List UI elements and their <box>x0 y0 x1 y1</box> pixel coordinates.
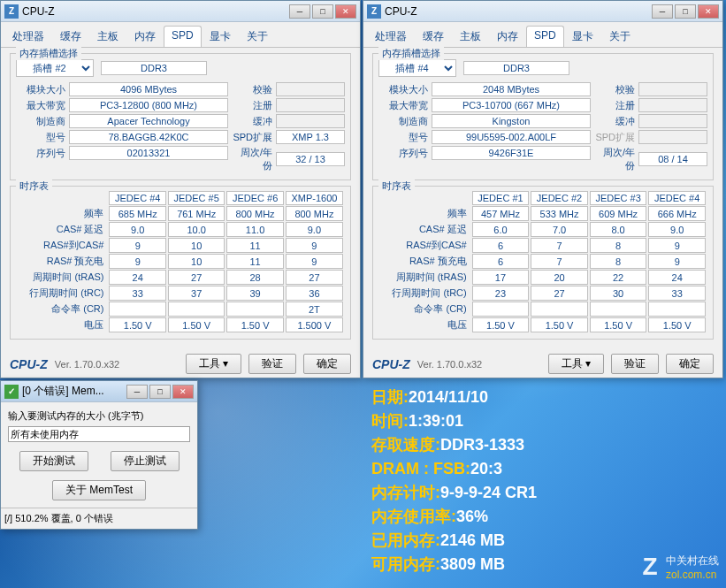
tab-内存[interactable]: 内存 <box>126 26 164 47</box>
timing-header: JEDEC #3 <box>590 191 647 205</box>
minimize-button[interactable]: ─ <box>289 4 310 19</box>
slot-selection-group: 内存插槽选择 插槽 #2 DDR3 模块大小4096 MBytes 最大带宽PC… <box>10 53 351 180</box>
timing-cell: 11 <box>226 254 283 269</box>
about-button[interactable]: 关于 MemTest <box>52 480 146 500</box>
timing-cell: 9.0 <box>109 222 165 237</box>
dropdown-icon: ▾ <box>223 357 228 370</box>
timing-cell: 7 <box>531 238 588 253</box>
slot-select[interactable]: 插槽 #2 <box>16 59 94 77</box>
version: Ver. 1.70.0.x32 <box>55 359 119 370</box>
titlebar[interactable]: ✓ [0 个错误] Mem... ─ □ ✕ <box>1 381 197 402</box>
titlebar[interactable]: Z CPU-Z ─ □ ✕ <box>1 1 360 22</box>
spd-ext: XMP 1.3 <box>276 130 345 144</box>
minimize-button[interactable]: ─ <box>652 4 673 19</box>
start-test-button[interactable]: 开始测试 <box>19 451 88 471</box>
timing-cell <box>226 302 283 317</box>
timing-cell: 10 <box>168 238 225 253</box>
memory-size-input[interactable] <box>8 426 190 442</box>
group-title: 时序表 <box>16 179 52 193</box>
group-title: 内存插槽选择 <box>16 47 81 60</box>
timing-cell <box>590 302 647 317</box>
module-size: 2048 MBytes <box>432 82 591 96</box>
overlay-dram-value: 20:3 <box>470 457 502 481</box>
timing-cell: 9 <box>286 238 343 253</box>
timing-group: 时序表 JEDEC #1JEDEC #2JEDEC #3JEDEC #4频率45… <box>372 186 714 340</box>
ok-button[interactable]: 确定 <box>303 354 351 374</box>
tab-关于[interactable]: 关于 <box>239 26 276 47</box>
tab-SPD[interactable]: SPD <box>164 26 202 47</box>
timing-header: XMP-1600 <box>286 191 343 205</box>
timing-row-label: 命令率 (CR) <box>380 302 470 317</box>
slot-select[interactable]: 插槽 #4 <box>378 59 456 77</box>
label-spd-ext: SPD扩展 <box>232 131 276 144</box>
tab-关于[interactable]: 关于 <box>601 26 638 47</box>
validate-button[interactable]: 验证 <box>248 354 296 374</box>
tabs: 处理器缓存主板内存SPD显卡关于 <box>1 22 360 48</box>
timing-cell: 1.500 V <box>286 317 343 332</box>
mem-type: DDR3 <box>463 61 569 75</box>
overlay-date-label: 日期: <box>371 386 409 409</box>
tab-缓存[interactable]: 缓存 <box>415 26 452 47</box>
titlebar[interactable]: Z CPU-Z ─ □ ✕ <box>363 1 722 22</box>
watermark-cn: 中关村在线 <box>666 554 719 567</box>
timing-header: JEDEC #2 <box>531 191 588 205</box>
timing-cell <box>472 302 530 317</box>
timing-cell: 457 MHz <box>472 206 530 221</box>
window-title: [0 个错误] Mem... <box>22 384 126 399</box>
close-button[interactable]: ✕ <box>335 4 356 19</box>
tab-处理器[interactable]: 处理器 <box>4 26 52 47</box>
zol-logo-icon: Z <box>643 553 658 581</box>
timing-cell: 6 <box>472 238 530 253</box>
timing-cell: 800 MHz <box>286 206 343 221</box>
label-buffered: 缓冲 <box>594 115 638 128</box>
correction <box>638 82 707 96</box>
label-module-size: 模块大小 <box>16 83 69 96</box>
timing-header: JEDEC #4 <box>648 191 706 205</box>
timing-cell: 800 MHz <box>226 206 283 221</box>
timing-row-label: CAS# 延迟 <box>18 222 107 237</box>
tab-内存[interactable]: 内存 <box>489 26 526 47</box>
tab-SPD[interactable]: SPD <box>526 26 564 47</box>
timing-cell <box>531 302 588 317</box>
serial: 02013321 <box>69 146 228 160</box>
maximize-button[interactable]: □ <box>312 4 333 19</box>
tab-主板[interactable]: 主板 <box>452 26 489 47</box>
app-icon: Z <box>367 4 381 19</box>
timing-row-label: 电压 <box>18 317 107 332</box>
buffered <box>638 114 707 128</box>
timing-cell: 533 MHz <box>531 206 588 221</box>
validate-button[interactable]: 验证 <box>611 354 659 374</box>
tab-主板[interactable]: 主板 <box>89 26 126 47</box>
tab-缓存[interactable]: 缓存 <box>52 26 89 47</box>
timing-cell: 11 <box>226 238 283 253</box>
tab-处理器[interactable]: 处理器 <box>367 26 415 47</box>
week-year: 32 / 13 <box>276 152 345 166</box>
stop-test-button[interactable]: 停止测试 <box>111 451 180 471</box>
close-button[interactable]: ✕ <box>172 385 194 399</box>
tab-显卡[interactable]: 显卡 <box>564 26 601 47</box>
timing-cell: 8 <box>590 238 647 253</box>
close-button[interactable]: ✕ <box>698 4 719 19</box>
label-max-bandwidth: 最大带宽 <box>16 99 69 112</box>
minimize-button[interactable]: ─ <box>126 385 148 399</box>
maximize-button[interactable]: □ <box>149 385 171 399</box>
serial: 9426F31E <box>432 146 591 160</box>
overlay-used-label: 已用内存: <box>371 529 440 553</box>
label-module-size: 模块大小 <box>378 83 432 96</box>
timing-cell: 9.0 <box>648 222 706 237</box>
timing-cell: 23 <box>472 286 530 301</box>
maximize-button[interactable]: □ <box>675 4 696 19</box>
ok-button[interactable]: 确定 <box>666 354 714 374</box>
label-spd-ext: SPD扩展 <box>594 131 638 144</box>
timing-row-label: 频率 <box>18 206 107 221</box>
tab-显卡[interactable]: 显卡 <box>202 26 239 47</box>
registered <box>638 98 707 112</box>
manufacturer: Kingston <box>432 114 591 128</box>
timing-header: JEDEC #4 <box>109 191 165 205</box>
tools-button[interactable]: 工具 ▾ <box>186 354 241 374</box>
tools-button[interactable]: 工具 ▾ <box>548 354 604 374</box>
prompt-label: 输入要测试内存的大小 (兆字节) <box>8 409 190 423</box>
bottom-bar: CPU-Z Ver. 1.70.0.x32 工具 ▾ 验证 确定 <box>363 350 722 378</box>
timing-cell: 9 <box>648 254 706 269</box>
slot-selection-group: 内存插槽选择 插槽 #4 DDR3 模块大小2048 MBytes 最大带宽PC… <box>372 53 714 180</box>
